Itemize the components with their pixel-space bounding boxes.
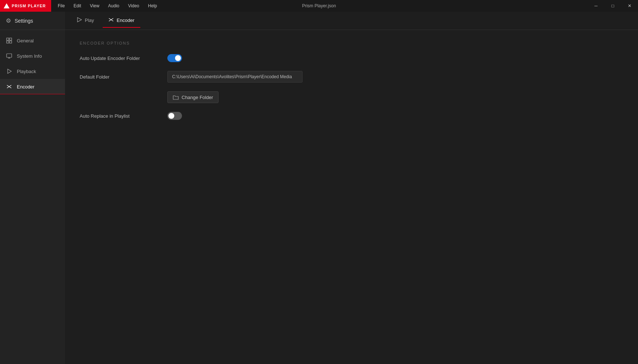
sidebar-header-label: Settings: [15, 18, 33, 24]
title-bar: PRISM PLAYER File Edit View Audio Video …: [0, 0, 638, 12]
app-body: ⚙ Settings General: [0, 12, 638, 364]
change-folder-button[interactable]: Change Folder: [167, 91, 219, 103]
settings-icon: ⚙: [6, 17, 11, 24]
menu-video[interactable]: Video: [125, 2, 143, 10]
menu-file[interactable]: File: [54, 2, 68, 10]
logo-icon: [4, 3, 10, 8]
window-title: Prism Player.json: [302, 3, 336, 8]
encoder-tab-icon: [109, 17, 114, 23]
sidebar-item-encoder-label: Encoder: [17, 84, 34, 90]
window-controls: ─ □ ✕: [588, 0, 638, 12]
title-bar-left: PRISM PLAYER File Edit View Audio Video …: [0, 0, 588, 12]
sidebar-header: ⚙ Settings: [0, 12, 65, 30]
auto-update-label: Auto Update Encoder Folder: [80, 56, 167, 61]
change-folder-row: Change Folder: [80, 91, 623, 103]
encoder-icon: [6, 83, 12, 90]
tab-encoder[interactable]: Encoder: [103, 14, 140, 28]
svg-marker-10: [77, 18, 81, 22]
menu-edit[interactable]: Edit: [70, 2, 85, 10]
auto-replace-thumb: [168, 113, 174, 119]
tab-play[interactable]: Play: [71, 14, 100, 28]
svg-rect-3: [10, 41, 12, 43]
sidebar-item-playback[interactable]: Playback: [0, 64, 65, 79]
playback-icon: [6, 68, 12, 75]
app-logo: PRISM PLAYER: [0, 0, 51, 12]
encoder-options-panel: ENCODER OPTIONS Auto Update Encoder Fold…: [65, 30, 638, 364]
menu-bar: File Edit View Audio Video Help: [51, 0, 164, 12]
sidebar-item-system-info-label: System Info: [17, 53, 42, 59]
play-tab-label: Play: [85, 18, 94, 23]
auto-update-control: [167, 54, 182, 62]
app-name: PRISM PLAYER: [12, 4, 46, 8]
sidebar-item-system-info[interactable]: System Info: [0, 48, 65, 64]
change-folder-control: Change Folder: [167, 91, 219, 103]
sidebar: ⚙ Settings General: [0, 12, 65, 364]
auto-update-row: Auto Update Encoder Folder: [80, 54, 623, 62]
sidebar-item-general-label: General: [17, 38, 34, 43]
sidebar-nav: General System Info Play: [0, 30, 65, 94]
system-info-icon: [6, 53, 12, 59]
auto-update-thumb: [175, 55, 181, 61]
section-title: ENCODER OPTIONS: [80, 41, 623, 45]
sidebar-item-encoder[interactable]: Encoder: [0, 79, 65, 94]
play-tab-icon: [77, 17, 82, 23]
svg-rect-1: [10, 38, 12, 40]
menu-view[interactable]: View: [86, 2, 103, 10]
encoder-tab-label: Encoder: [117, 18, 134, 23]
change-folder-label: Change Folder: [182, 95, 213, 100]
menu-audio[interactable]: Audio: [105, 2, 123, 10]
sidebar-item-general[interactable]: General: [0, 33, 65, 48]
auto-replace-control: [167, 112, 182, 120]
svg-rect-4: [7, 54, 12, 57]
menu-help[interactable]: Help: [144, 2, 161, 10]
auto-replace-toggle[interactable]: [167, 112, 182, 120]
main-content: Play Encoder ENCODER OPTIONS Auto Update…: [65, 12, 638, 364]
content-tabs: Play Encoder: [65, 12, 638, 30]
folder-icon: [173, 94, 179, 100]
auto-replace-label: Auto Replace in Playlist: [80, 113, 167, 119]
auto-update-toggle[interactable]: [167, 54, 182, 62]
maximize-button[interactable]: □: [604, 0, 621, 12]
default-folder-input[interactable]: [167, 71, 303, 83]
general-icon: [6, 37, 12, 44]
svg-rect-0: [7, 38, 9, 40]
auto-replace-row: Auto Replace in Playlist: [80, 112, 623, 120]
svg-rect-2: [7, 41, 9, 43]
sidebar-item-playback-label: Playback: [17, 69, 36, 74]
default-folder-label: Default Folder: [80, 74, 167, 80]
default-folder-row: Default Folder: [80, 71, 623, 83]
minimize-button[interactable]: ─: [588, 0, 604, 12]
default-folder-control: [167, 71, 303, 83]
close-button[interactable]: ✕: [621, 0, 638, 12]
svg-marker-7: [8, 69, 11, 73]
